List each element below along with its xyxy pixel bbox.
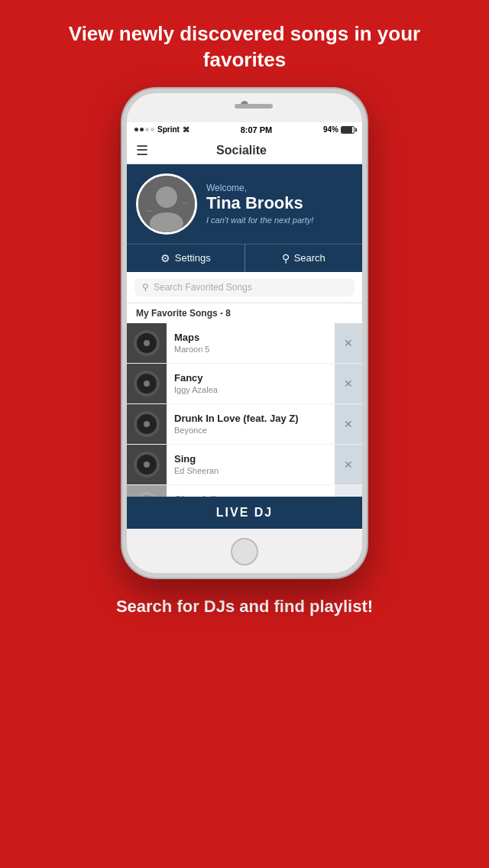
svg-point-1: [156, 186, 177, 208]
profile-info: Welcome, Tina Brooks I can't wait for th…: [206, 183, 353, 224]
song-thumbnail: [127, 445, 167, 484]
phone-volume-down: [122, 193, 124, 215]
app-title: Socialite: [148, 144, 335, 157]
song-thumbnail: [127, 323, 167, 363]
phone-mockup: Sprint ⌘ 8:07 PM 94% ☰ Socialite: [122, 89, 367, 578]
settings-button[interactable]: ⚙ Settings: [127, 245, 245, 272]
settings-icon: ⚙: [160, 252, 170, 264]
song-info: Sing Ed Sheeran: [167, 447, 335, 481]
carrier-label: Sprint: [157, 125, 180, 134]
song-title: Fancy: [174, 372, 327, 384]
vinyl-icon: [134, 411, 160, 437]
signal-dot-2: [140, 128, 144, 131]
status-bar: Sprint ⌘ 8:07 PM 94%: [127, 122, 362, 138]
user-name: Tina Brooks: [206, 193, 353, 213]
signal-dot-3: [145, 128, 149, 131]
close-icon: ✕: [344, 458, 353, 471]
song-info: Maps Maroon 5: [167, 326, 335, 360]
song-info: Drunk In Love (feat. Jay Z) Beyonce: [167, 406, 335, 441]
phone-power-button: [365, 177, 367, 208]
vinyl-icon: [134, 452, 160, 478]
close-icon: ✕: [344, 337, 353, 349]
top-headline: View newly discovered songs in your favo…: [0, 0, 489, 89]
search-label: Search: [294, 252, 325, 264]
song-thumbnail: [127, 404, 167, 444]
signal-dot-1: [134, 128, 138, 131]
search-icon: ⚲: [282, 252, 290, 264]
remove-song-button[interactable]: ✕: [335, 404, 362, 444]
song-artist: Beyonce: [174, 426, 327, 435]
remove-song-button[interactable]: ✕: [335, 485, 362, 497]
avatar: [136, 173, 197, 235]
close-icon: ✕: [344, 418, 353, 430]
battery-icon: [341, 126, 355, 134]
search-bar-icon: ⚲: [142, 282, 149, 293]
profile-header: Welcome, Tina Brooks I can't wait for th…: [127, 164, 362, 244]
status-left: Sprint ⌘: [134, 125, 189, 134]
list-header: My Favorite Songs - 8: [127, 303, 362, 323]
list-item: Drunk In Love (feat. Jay Z) Beyonce ✕: [127, 404, 362, 445]
song-title: Maps: [174, 332, 327, 343]
song-artist: Ed Sheeran: [174, 466, 327, 475]
list-item: Fancy Iggy Azalea ✕: [127, 364, 362, 404]
battery-fill: [342, 127, 352, 133]
welcome-label: Welcome,: [206, 183, 353, 193]
song-title: Chandelier: [174, 494, 327, 497]
status-right: 94%: [323, 125, 355, 134]
signal-dot-4: [151, 128, 154, 131]
vinyl-icon: [134, 492, 160, 497]
song-info: Chandelier Sia: [167, 487, 335, 497]
battery-percent: 94%: [323, 125, 338, 134]
signal-dots: [134, 128, 154, 131]
song-thumbnail: [127, 364, 167, 403]
search-button[interactable]: ⚲ Search: [245, 245, 363, 272]
search-bar-placeholder: Search Favorited Songs: [154, 282, 252, 293]
action-buttons: ⚙ Settings ⚲ Search: [127, 244, 362, 272]
bottom-headline: Search for DJs and find playlist!: [86, 578, 403, 633]
status-time: 8:07 PM: [241, 125, 273, 134]
song-list: Maps Maroon 5 ✕ Fancy Iggy Azalea ✕: [127, 323, 362, 497]
list-item: Sing Ed Sheeran ✕: [127, 445, 362, 485]
nav-bar: ☰ Socialite: [127, 138, 362, 164]
list-item: Chandelier Sia ✕: [127, 485, 362, 497]
remove-song-button[interactable]: ✕: [335, 323, 362, 363]
vinyl-icon: [134, 330, 160, 356]
close-icon: ✕: [344, 377, 353, 390]
hamburger-menu-icon[interactable]: ☰: [136, 142, 148, 159]
remove-song-button[interactable]: ✕: [335, 445, 362, 484]
song-artist: Maroon 5: [174, 345, 327, 354]
remove-song-button[interactable]: ✕: [335, 364, 362, 403]
song-info: Fancy Iggy Azalea: [167, 366, 335, 400]
song-title: Sing: [174, 453, 327, 465]
phone-screen: Sprint ⌘ 8:07 PM 94% ☰ Socialite: [127, 122, 362, 529]
search-bar[interactable]: ⚲ Search Favorited Songs: [134, 278, 355, 296]
song-thumbnail: [127, 485, 167, 497]
phone-volume-up: [122, 162, 124, 185]
song-title: Drunk In Love (feat. Jay Z): [174, 413, 327, 424]
phone-home-button[interactable]: [231, 538, 258, 565]
search-bar-wrapper: ⚲ Search Favorited Songs: [127, 272, 362, 303]
wifi-icon: ⌘: [183, 126, 189, 134]
song-artist: Iggy Azalea: [174, 385, 327, 394]
user-tagline: I can't wait for the next party!: [206, 215, 353, 225]
svg-rect-4: [183, 202, 187, 204]
live-dj-bar[interactable]: LIVE DJ: [127, 497, 362, 529]
vinyl-icon: [134, 371, 160, 397]
phone-speaker: [235, 104, 273, 108]
settings-label: Settings: [175, 252, 211, 264]
svg-rect-3: [146, 210, 152, 212]
list-item: Maps Maroon 5 ✕: [127, 323, 362, 364]
